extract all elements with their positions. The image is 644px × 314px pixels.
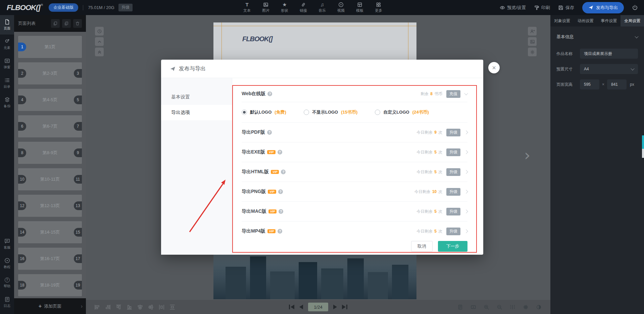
tool-image[interactable]: 图片 xyxy=(259,2,273,13)
distribute-vertical-icon[interactable] xyxy=(169,304,176,310)
export-exe-row[interactable]: 导出EXE版 VIP ? 今日剩余 5 次 升级 xyxy=(242,142,467,162)
tool-video[interactable]: 视频 xyxy=(334,2,348,13)
page-indicator[interactable]: 1/24 xyxy=(308,303,328,311)
upgrade-button[interactable]: 升级 xyxy=(118,4,133,11)
next-step-button[interactable]: 下一步 xyxy=(438,241,467,252)
close-dialog-button[interactable]: × xyxy=(488,62,500,73)
next-page-arrow[interactable]: › xyxy=(524,147,530,163)
align-left-icon[interactable] xyxy=(94,304,100,310)
radio-icon[interactable] xyxy=(304,110,309,115)
sidebar-item-tutorial[interactable]: 教程 xyxy=(0,254,14,273)
page-list-item[interactable]: 2 第2-3页 3 xyxy=(18,62,82,84)
page-list-item[interactable]: 14 第14-15页 15 xyxy=(18,221,82,243)
scrollbar-thumb[interactable] xyxy=(642,135,644,149)
radio-custom-logo[interactable]: 自定义LOGO (24书币) xyxy=(375,109,429,115)
page-width-input[interactable]: 595 xyxy=(580,79,599,89)
help-icon[interactable]: ? xyxy=(281,170,286,174)
chevron-right-icon[interactable] xyxy=(464,150,468,154)
theme-toggle-icon[interactable] xyxy=(536,304,542,310)
chevron-down-icon[interactable] xyxy=(464,91,468,95)
export-mac-row[interactable]: 导出MAC版 VIP ? 今日剩余 5 次 升级 xyxy=(242,202,467,222)
export-png-row[interactable]: 导出PNG版 VIP ? 今日剩余 10 次 升级 xyxy=(242,182,467,202)
distribute-horizontal-icon[interactable] xyxy=(158,304,165,310)
page-list-item[interactable]: 12 第12-13页 13 xyxy=(18,195,82,217)
background-image-button[interactable] xyxy=(528,37,537,46)
sidebar-item-backup[interactable]: 备份 xyxy=(0,93,14,112)
grid-icon[interactable] xyxy=(523,304,529,310)
tool-shape[interactable]: ★ 形状 xyxy=(278,2,291,13)
chevron-right-icon[interactable] xyxy=(464,209,468,213)
duplicate-page-button[interactable] xyxy=(62,19,71,28)
guides-icon[interactable] xyxy=(510,304,515,310)
help-icon[interactable]: ? xyxy=(267,91,272,96)
last-page-button[interactable] xyxy=(342,305,347,309)
align-center-vertical-icon[interactable] xyxy=(137,304,143,310)
page-list-item[interactable]: 1 第1页 xyxy=(18,36,82,58)
upgrade-button[interactable]: 升级 xyxy=(446,208,460,215)
radio-selected-icon[interactable] xyxy=(242,110,247,115)
cancel-button[interactable]: 取消 xyxy=(411,241,433,252)
page-settings-button[interactable] xyxy=(528,48,537,56)
radio-default-logo[interactable]: 默认LOGO (免费) xyxy=(242,109,286,115)
page-list-item[interactable]: 4 第4-5页 5 xyxy=(18,89,82,111)
align-right-icon[interactable] xyxy=(105,304,111,310)
plan-badge[interactable]: 企业基础版 xyxy=(49,3,78,12)
recharge-button[interactable]: 充值 xyxy=(446,90,460,98)
scale-ratio-icon[interactable] xyxy=(470,304,476,310)
zoom-out-icon[interactable] xyxy=(497,304,502,310)
export-mp4-row[interactable]: 导出MP4版 VIP ? 今日剩余 5 次 升级 xyxy=(242,222,467,241)
chevron-right-icon[interactable] xyxy=(464,190,468,193)
align-center-horizontal-icon[interactable] xyxy=(148,304,154,310)
align-top-icon[interactable] xyxy=(115,304,122,310)
sidebar-item-help[interactable]: ? 帮助 xyxy=(0,273,14,293)
help-icon[interactable]: ? xyxy=(278,229,282,234)
page-list-item[interactable]: 16 第16-17页 17 xyxy=(18,248,82,270)
export-html-row[interactable]: 导出HTML版 VIP ? 今日剩余 5 次 升级 xyxy=(242,162,467,182)
power-icon[interactable] xyxy=(632,5,638,11)
web-online-row[interactable]: Web在线版 ? 剩余 8 书币 充值 xyxy=(242,86,467,102)
print-button[interactable]: 印刷 xyxy=(534,5,550,11)
align-bottom-icon[interactable] xyxy=(126,304,133,310)
next-page-button[interactable] xyxy=(333,305,337,309)
copy-page-button[interactable] xyxy=(51,19,60,28)
collapse-button[interactable] xyxy=(95,48,104,56)
tab-basic-settings[interactable]: 基本设置 xyxy=(161,89,232,105)
collaborator-button[interactable] xyxy=(528,27,537,36)
upgrade-button[interactable]: 升级 xyxy=(446,148,460,156)
first-page-button[interactable] xyxy=(289,305,294,309)
upgrade-button[interactable]: 升级 xyxy=(446,168,460,176)
tab-global-settings[interactable]: 全局设置 xyxy=(621,15,644,26)
history-button[interactable] xyxy=(95,27,104,36)
tool-more[interactable]: 更多 xyxy=(372,2,385,13)
sidebar-item-popup[interactable]: 弹窗 xyxy=(0,54,14,73)
save-button[interactable]: 保存 xyxy=(558,5,574,11)
help-icon[interactable]: ? xyxy=(279,209,283,214)
tool-text[interactable]: T 文本 xyxy=(240,2,254,13)
page-list-item[interactable]: 8 第8-9页 9 xyxy=(18,142,82,164)
help-icon[interactable]: ? xyxy=(278,150,282,154)
export-pdf-row[interactable]: 导出PDF版 ? 今日剩余 9 次 升级 xyxy=(242,123,467,142)
page-list-item[interactable]: 6 第6-7页 7 xyxy=(18,115,82,137)
help-icon[interactable]: ? xyxy=(278,189,283,194)
tab-export-options[interactable]: 导出选项 xyxy=(161,105,232,120)
chevron-right-icon[interactable] xyxy=(464,130,468,134)
page-list-item[interactable]: 10 第10-11页 11 xyxy=(18,168,82,190)
zoom-in-icon[interactable] xyxy=(484,304,489,310)
tool-template[interactable]: 模板 xyxy=(353,2,366,13)
radio-no-logo[interactable]: 不显示LOGO (15书币) xyxy=(304,109,357,115)
help-icon[interactable]: ? xyxy=(267,130,272,135)
upgrade-button[interactable]: 升级 xyxy=(446,228,460,235)
work-name-input[interactable]: 项目成果展示册 xyxy=(580,49,638,59)
upgrade-button[interactable]: 升级 xyxy=(446,188,460,196)
delete-page-button[interactable] xyxy=(73,19,82,28)
tool-link[interactable]: 链接 xyxy=(297,2,310,13)
tab-object-settings[interactable]: 对象设置 xyxy=(550,15,574,26)
sidebar-item-log[interactable]: 日志 xyxy=(0,293,14,312)
scroll-up-button[interactable] xyxy=(95,37,104,46)
basic-info-section-header[interactable]: 基本信息 xyxy=(556,34,638,40)
preview-settings-button[interactable]: 预览/设置 xyxy=(500,5,526,11)
page-height-input[interactable]: 841 xyxy=(607,79,627,89)
page-list-item[interactable]: 18 第18-19页 19 xyxy=(18,274,82,296)
chevron-right-icon[interactable] xyxy=(464,170,468,174)
sidebar-item-pages[interactable]: 页面 xyxy=(0,15,14,35)
